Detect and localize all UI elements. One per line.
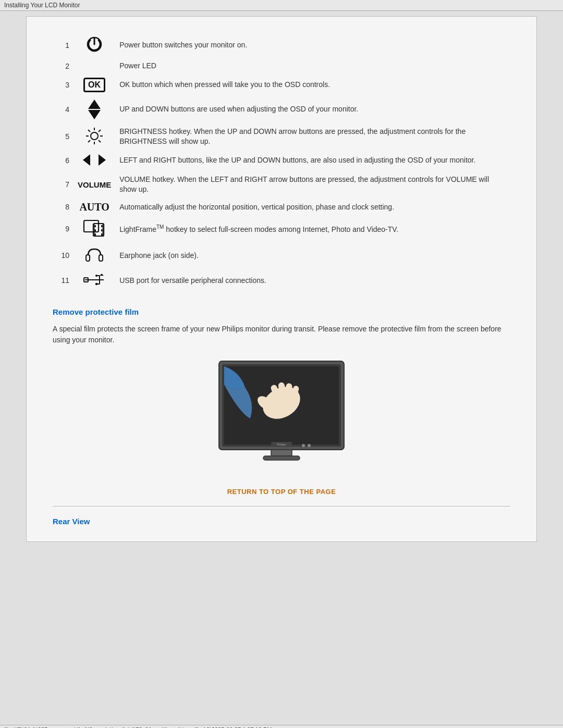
svg-point-2 [91, 132, 98, 140]
row-description: BRIGHTNESS hotkey. When the UP and DOWN … [115, 124, 510, 150]
svg-line-10 [88, 140, 90, 142]
controls-table: 1 Power button switches your monitor on.… [53, 32, 510, 292]
rear-view-section: Rear View [53, 517, 510, 526]
svg-rect-20 [101, 225, 103, 227]
arrows-ud-icon-cell [74, 95, 115, 124]
earphone-icon-cell [74, 242, 115, 269]
brightness-icon [85, 127, 104, 145]
row-number: 7 [53, 171, 74, 198]
svg-line-8 [99, 140, 101, 142]
monitor-illustration: Philips [214, 356, 349, 476]
svg-rect-21 [101, 229, 103, 231]
brightness-icon-cell [74, 124, 115, 150]
svg-point-47 [302, 444, 305, 447]
row-number: 2 [53, 58, 74, 75]
table-row: 6 LEFT and RIGHT buttons, like the UP an… [53, 150, 510, 171]
rear-view-title: Rear View [53, 517, 510, 526]
lightframe-icon [83, 219, 106, 237]
table-row: 5 [53, 124, 510, 150]
volume-icon-cell: VOLUME [74, 171, 115, 198]
usb-icon-cell [74, 269, 115, 292]
arrows-lr-icon-cell [74, 150, 115, 171]
table-row: 11 [53, 269, 510, 292]
title-text: Installing Your LCD Monitor [4, 2, 80, 9]
table-row: 7 VOLUME VOLUME hotkey. When the LEFT an… [53, 171, 510, 198]
svg-rect-32 [95, 283, 97, 285]
ok-icon-cell: OK [74, 75, 115, 95]
ok-icon: OK [83, 78, 105, 92]
svg-line-9 [99, 130, 101, 132]
row-description: VOLUME hotkey. When the LEFT and RIGHT a… [115, 171, 510, 198]
svg-marker-11 [83, 154, 90, 166]
svg-rect-44 [263, 456, 300, 460]
earphone-icon [84, 245, 105, 265]
remove-film-body: A special film protects the screen frame… [53, 324, 510, 346]
table-row: 2 Power LED [53, 58, 510, 75]
row-number: 4 [53, 95, 74, 124]
content-box: 1 Power button switches your monitor on.… [26, 16, 537, 542]
svg-rect-18 [94, 229, 96, 231]
table-row: 10 Earphone jack (on side). [53, 242, 510, 269]
remove-film-section: Remove protective film A special film pr… [53, 307, 510, 496]
svg-rect-22 [101, 233, 103, 236]
status-bar: file:///D|/My%20Documents/dfw/X6_model/e… [0, 725, 563, 728]
row-number: 6 [53, 150, 74, 171]
lightframe-icon-cell [74, 216, 115, 242]
table-row: 1 Power button switches your monitor on. [53, 32, 510, 58]
power-icon-cell [74, 32, 115, 58]
arrow-up-icon [88, 100, 101, 109]
row-description: OK button which when pressed will take y… [115, 75, 510, 95]
row-number: 9 [53, 216, 74, 242]
title-bar: Installing Your LCD Monitor [0, 0, 563, 11]
row-description: LightFrameTM hotkey to select full-scree… [115, 216, 510, 242]
auto-label: AUTO [79, 201, 109, 213]
monitor-image-container: Philips [53, 356, 510, 477]
svg-rect-23 [86, 255, 90, 261]
svg-marker-12 [99, 154, 106, 166]
volume-label: VOLUME [78, 180, 111, 189]
row-number: 3 [53, 75, 74, 95]
svg-rect-13 [84, 220, 99, 232]
row-description: Power LED [115, 58, 510, 75]
row-description: Automatically adjust the horizontal posi… [115, 198, 510, 216]
row-number: 11 [53, 269, 74, 292]
row-number: 10 [53, 242, 74, 269]
auto-icon-cell: AUTO [74, 198, 115, 216]
svg-point-48 [308, 444, 311, 447]
table-row: 9 [53, 216, 510, 242]
row-description: Power button switches your monitor on. [115, 32, 510, 58]
arrow-down-icon [88, 110, 101, 119]
row-description: LEFT and RIGHT buttons, like the UP and … [115, 150, 510, 171]
led-icon-cell [74, 58, 115, 75]
svg-rect-43 [271, 450, 292, 456]
row-number: 8 [53, 198, 74, 216]
section-divider [53, 506, 510, 507]
row-number: 5 [53, 124, 74, 150]
svg-point-29 [95, 275, 97, 277]
svg-marker-33 [100, 274, 104, 276]
lr-arrows-icon [83, 153, 106, 167]
table-row: 8 AUTO Automatically adjust the horizont… [53, 198, 510, 216]
svg-line-7 [88, 130, 90, 132]
trademark-symbol: TM [156, 224, 164, 230]
svg-rect-19 [94, 233, 96, 236]
power-icon [85, 35, 103, 53]
svg-rect-17 [94, 225, 96, 227]
main-container: 1 Power button switches your monitor on.… [0, 11, 563, 725]
row-description: UP and DOWN buttons are used when adjust… [115, 95, 510, 124]
svg-text:Philips: Philips [277, 443, 286, 446]
table-row: 3 OK OK button which when pressed will t… [53, 75, 510, 95]
row-description: Earphone jack (on side). [115, 242, 510, 269]
row-description: USB port for versatile peripheral connec… [115, 269, 510, 292]
table-row: 4 UP and DOWN buttons are used when adju… [53, 95, 510, 124]
return-to-top-link[interactable]: RETURN TO TOP OF THE PAGE [53, 488, 510, 496]
usb-icon [83, 273, 106, 287]
remove-film-title: Remove protective film [53, 307, 510, 316]
svg-rect-24 [99, 255, 103, 261]
row-number: 1 [53, 32, 74, 58]
